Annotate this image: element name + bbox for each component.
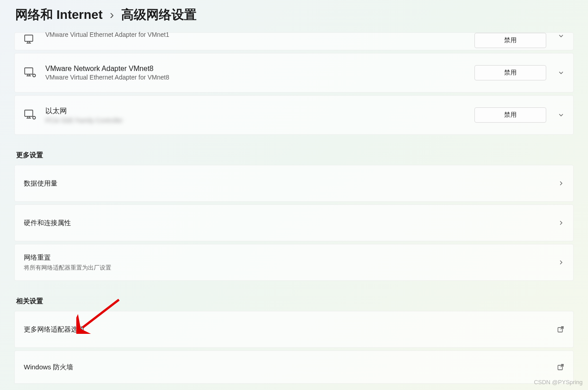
ethernet-icon bbox=[24, 109, 36, 121]
breadcrumb: 网络和 Internet › 高级网络设置 bbox=[0, 0, 588, 32]
section-related-settings: 相关设置 bbox=[16, 297, 574, 306]
svg-line-17 bbox=[561, 364, 563, 367]
svg-line-15 bbox=[561, 327, 563, 329]
external-link-icon bbox=[557, 363, 564, 371]
section-more-settings: 更多设置 bbox=[16, 151, 574, 160]
nav-more-adapter-options[interactable]: 更多网络适配器选项 bbox=[14, 311, 574, 348]
ethernet-icon bbox=[24, 33, 36, 45]
ethernet-icon bbox=[24, 66, 36, 79]
chevron-right-icon bbox=[558, 220, 564, 226]
chevron-down-icon[interactable] bbox=[546, 33, 564, 39]
nav-title: 更多网络适配器选项 bbox=[24, 325, 557, 334]
adapter-row-ethernet[interactable]: 以太网 PCIe GbE Family Controller 禁用 bbox=[14, 95, 574, 135]
disable-button[interactable]: 禁用 bbox=[474, 65, 546, 80]
adapter-row-vmnet1[interactable]: VMware Virtual Ethernet Adapter for VMne… bbox=[14, 32, 574, 50]
svg-point-8 bbox=[33, 74, 35, 77]
nav-windows-firewall[interactable]: Windows 防火墙 bbox=[14, 350, 574, 384]
adapter-title: 以太网 bbox=[45, 106, 474, 116]
nav-title: 网络重置 bbox=[24, 253, 558, 262]
adapter-title: VMware Network Adapter VMnet8 bbox=[45, 65, 474, 73]
svg-rect-4 bbox=[25, 68, 33, 74]
nav-title: Windows 防火墙 bbox=[24, 363, 557, 372]
nav-title: 硬件和连接属性 bbox=[24, 219, 558, 227]
disable-button[interactable]: 禁用 bbox=[474, 107, 546, 123]
chevron-down-icon[interactable] bbox=[546, 70, 564, 76]
breadcrumb-parent[interactable]: 网络和 Internet bbox=[15, 6, 102, 23]
nav-subtitle: 将所有网络适配器重置为出厂设置 bbox=[24, 264, 558, 272]
chevron-down-icon[interactable] bbox=[546, 112, 564, 118]
disable-button[interactable]: 禁用 bbox=[474, 33, 546, 48]
adapter-subtitle-blurred: PCIe GbE Family Controller bbox=[45, 117, 474, 124]
svg-rect-0 bbox=[25, 35, 33, 41]
external-link-icon bbox=[557, 326, 564, 333]
chevron-right-icon bbox=[558, 180, 564, 186]
adapter-row-vmnet8[interactable]: VMware Network Adapter VMnet8 VMware Vir… bbox=[14, 53, 574, 93]
nav-network-reset[interactable]: 网络重置 将所有网络适配器重置为出厂设置 bbox=[14, 244, 574, 281]
chevron-right-icon bbox=[558, 259, 564, 266]
nav-title: 数据使用量 bbox=[24, 179, 558, 188]
nav-hardware-properties[interactable]: 硬件和连接属性 bbox=[14, 204, 574, 241]
breadcrumb-separator: › bbox=[110, 8, 114, 22]
breadcrumb-current: 高级网络设置 bbox=[121, 6, 197, 23]
nav-data-usage[interactable]: 数据使用量 bbox=[14, 165, 574, 202]
adapter-subtitle: VMware Virtual Ethernet Adapter for VMne… bbox=[45, 31, 474, 38]
watermark: CSDN @PYSpring bbox=[534, 379, 583, 386]
adapter-subtitle: VMware Virtual Ethernet Adapter for VMne… bbox=[45, 74, 474, 81]
svg-rect-9 bbox=[25, 110, 33, 116]
svg-point-13 bbox=[33, 116, 35, 119]
